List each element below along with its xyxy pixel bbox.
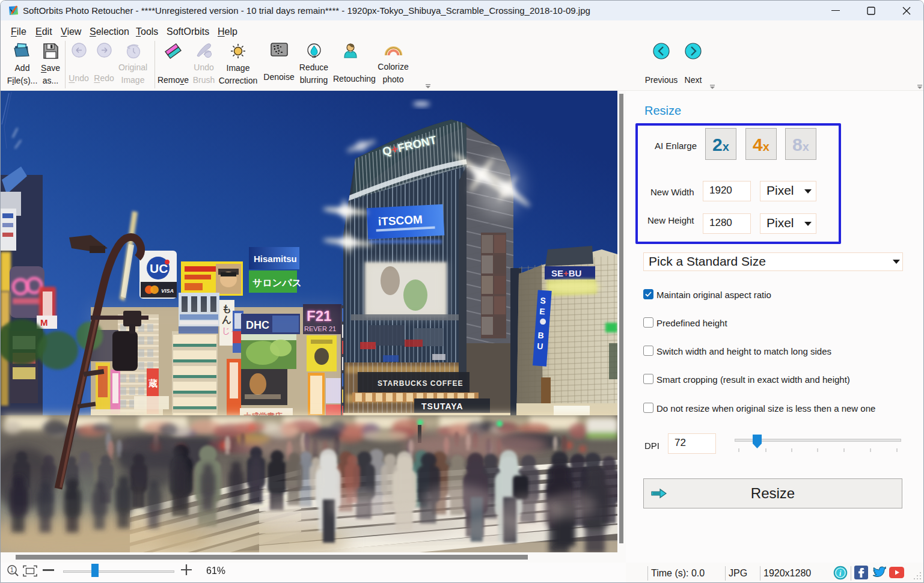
svg-text:B: B	[537, 331, 544, 341]
svg-text:SE+BU: SE+BU	[551, 268, 581, 278]
svg-text:Hisamitsu: Hisamitsu	[254, 254, 297, 264]
svg-text:iTSCOM: iTSCOM	[378, 213, 423, 228]
svg-text:1: 1	[10, 567, 14, 573]
svg-text:UC: UC	[150, 261, 168, 275]
svg-text:M: M	[40, 317, 48, 328]
svg-text:E: E	[539, 307, 545, 317]
svg-text:VISA: VISA	[161, 288, 174, 294]
svg-text:STARBUCKS COFFEE: STARBUCKS COFFEE	[378, 379, 463, 388]
svg-text:サロンパス: サロンパス	[252, 278, 302, 288]
svg-text:S: S	[540, 296, 546, 306]
svg-text:TSUTAYA: TSUTAYA	[421, 401, 464, 411]
svg-text:U: U	[537, 341, 543, 352]
